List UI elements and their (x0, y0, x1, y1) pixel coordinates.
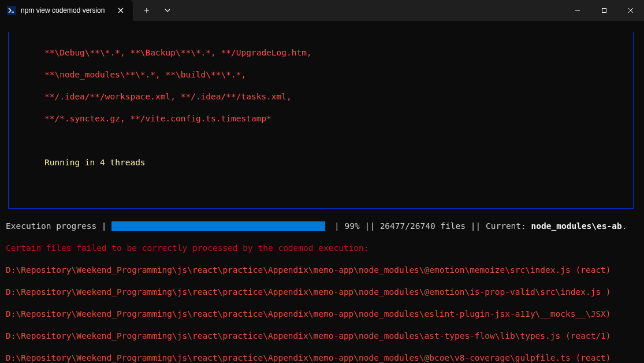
close-window-button[interactable] (617, 0, 644, 21)
tab-dropdown-button[interactable] (158, 2, 177, 18)
box-line: **\node_modules\**\*.*, **\build\**\*.*, (16, 69, 626, 80)
info-box: **\Debug\**\*.*, **\Backup\**\*.*, **/Up… (8, 32, 634, 209)
new-tab-button[interactable] (137, 2, 156, 18)
error-line: D:\Repository\Weekend_Programming\js\rea… (6, 265, 638, 276)
maximize-button[interactable] (591, 0, 617, 21)
threads-line: Running in 4 threads (16, 157, 626, 168)
error-header: Certain files failed to be correctly pro… (6, 243, 638, 254)
tab-title: npm view codemod version (21, 6, 111, 14)
titlebar: npm view codemod version (0, 0, 644, 21)
terminal-output: **\Debug\**\*.*, **\Backup\**\*.*, **/Up… (0, 21, 644, 363)
error-line: D:\Repository\Weekend_Programming\js\rea… (6, 287, 638, 298)
active-tab[interactable]: npm view codemod version (0, 0, 133, 21)
powershell-icon (7, 6, 16, 15)
error-line: D:\Repository\Weekend_Programming\js\rea… (6, 309, 638, 320)
box-line: **\Debug\**\*.*, **\Backup\**\*.*, **/Up… (16, 47, 626, 58)
box-line: **/.idea/**/workspace.xml, **/.idea/**/t… (16, 91, 626, 102)
box-line: **/*.synctex.gz, **/vite.config.ts.times… (16, 113, 626, 124)
minimize-button[interactable] (564, 0, 591, 21)
tab-actions (133, 0, 181, 21)
window-controls (564, 0, 644, 21)
error-line: D:\Repository\Weekend_Programming\js\rea… (6, 353, 638, 363)
svg-rect-1 (602, 9, 606, 13)
tab-close-button[interactable] (116, 5, 126, 16)
current-file: node_modules\es-ab (531, 221, 622, 231)
progress-line: Execution progress | | 99% || 26477/2674… (6, 221, 638, 232)
error-line: D:\Repository\Weekend_Programming\js\rea… (6, 331, 638, 342)
progress-bar-fill (111, 221, 325, 231)
